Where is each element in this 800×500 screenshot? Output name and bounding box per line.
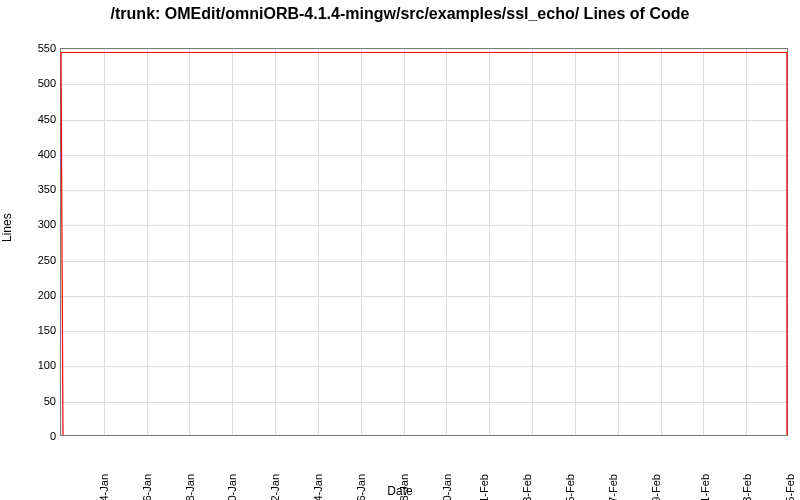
y-tick-label: 100 [6,359,56,371]
chart-title: /trunk: OMEdit/omniORB-4.1.4-mingw/src/e… [0,4,800,23]
y-tick-label: 450 [6,113,56,125]
plot-area [60,48,788,436]
y-tick-label: 200 [6,289,56,301]
y-tick-label: 250 [6,254,56,266]
x-axis-label: Date [0,484,800,498]
y-tick-label: 400 [6,148,56,160]
y-tick-label: 150 [6,324,56,336]
y-tick-label: 500 [6,77,56,89]
chart-container: /trunk: OMEdit/omniORB-4.1.4-mingw/src/e… [0,0,800,500]
series-line [61,49,787,435]
y-tick-label: 350 [6,183,56,195]
y-tick-label: 550 [6,42,56,54]
y-tick-label: 0 [6,430,56,442]
y-tick-label: 300 [6,218,56,230]
y-tick-label: 50 [6,395,56,407]
